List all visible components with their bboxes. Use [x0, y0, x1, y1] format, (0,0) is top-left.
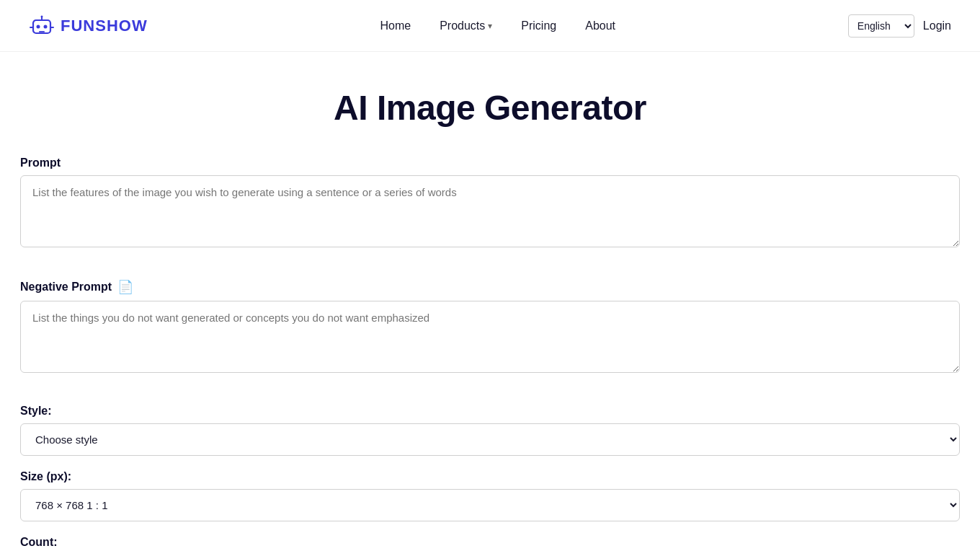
nav-pricing[interactable]: Pricing: [521, 19, 556, 32]
brand-name: FUNSHOW: [61, 17, 148, 35]
svg-point-2: [44, 25, 48, 28]
svg-point-1: [37, 25, 40, 28]
prompt-textarea[interactable]: [20, 175, 960, 247]
style-label: Style:: [20, 405, 960, 418]
brand-logo-link[interactable]: FUNSHOW: [29, 13, 148, 39]
main-content: AI Image Generator Prompt Negative Promp…: [0, 52, 980, 551]
size-select[interactable]: 768 × 768 1 : 1 512 × 512 1 : 1 1024 × 1…: [20, 489, 960, 521]
login-link[interactable]: Login: [923, 19, 951, 32]
funshow-robot-icon: [29, 13, 55, 39]
page-title: AI Image Generator: [17, 88, 963, 128]
count-label: Count:: [20, 536, 960, 549]
navbar: FUNSHOW Home Products ▾ Pricing About En…: [0, 0, 980, 52]
prompt-label: Prompt: [20, 157, 960, 169]
count-field-group: Count: 1 image 2 images 4 images: [20, 536, 960, 551]
generator-form: Prompt Negative Prompt 📄 Style: Choose s…: [17, 157, 963, 551]
nav-home[interactable]: Home: [380, 19, 411, 32]
nav-about[interactable]: About: [585, 19, 615, 32]
style-select[interactable]: Choose style Realistic Anime Cartoon Abs…: [20, 423, 960, 456]
info-icon: 📄: [117, 279, 133, 295]
language-selector[interactable]: English 中文 Español Français Deutsch: [848, 14, 914, 38]
negative-prompt-field-group: Negative Prompt 📄: [20, 279, 960, 390]
nav-products[interactable]: Products ▾: [440, 19, 492, 32]
svg-rect-3: [39, 31, 45, 32]
nav-links: Home Products ▾ Pricing About: [380, 19, 615, 32]
style-field-group: Style: Choose style Realistic Anime Cart…: [20, 405, 960, 456]
svg-point-5: [41, 15, 43, 17]
chevron-down-icon: ▾: [488, 21, 492, 31]
size-field-group: Size (px): 768 × 768 1 : 1 512 × 512 1 :…: [20, 470, 960, 521]
size-label: Size (px):: [20, 470, 960, 483]
navbar-right: English 中文 Español Français Deutsch Logi…: [848, 14, 951, 38]
negative-prompt-textarea[interactable]: [20, 301, 960, 373]
negative-prompt-label: Negative Prompt 📄: [20, 279, 960, 295]
prompt-field-group: Prompt: [20, 157, 960, 265]
